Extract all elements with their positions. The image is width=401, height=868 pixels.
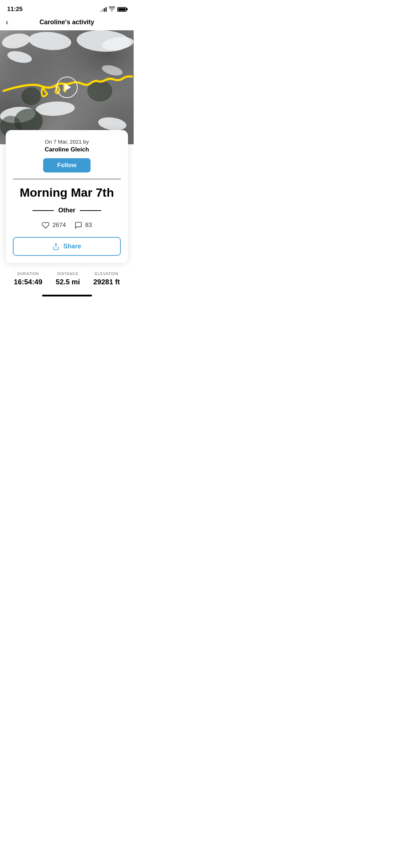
follow-button[interactable]: Follow	[43, 158, 91, 172]
comment-icon	[74, 221, 82, 229]
category-line-right	[80, 210, 101, 211]
battery-icon	[117, 7, 127, 12]
share-button[interactable]: Share	[13, 237, 121, 256]
likes-count: 2674	[52, 222, 66, 229]
date-by-line: On 7 Mar, 2021 by	[13, 139, 121, 145]
play-button[interactable]	[56, 77, 78, 98]
share-label: Share	[63, 243, 81, 250]
home-indicator	[0, 292, 134, 302]
distance-value: 52.5 mi	[56, 278, 80, 286]
home-bar	[42, 295, 92, 296]
heart-icon	[42, 221, 50, 229]
likes-stat[interactable]: 2674	[42, 221, 66, 229]
activity-title: Morning Mar 7th	[13, 186, 121, 200]
duration-value: 16:54:49	[14, 278, 42, 286]
engagement-stats: 2674 83	[13, 221, 121, 229]
category-line-left	[32, 210, 54, 211]
page-title: Caroline's activity	[40, 19, 94, 26]
elevation-value: 29281 ft	[93, 278, 120, 286]
status-time: 11:25	[7, 6, 22, 13]
wifi-icon	[109, 6, 115, 12]
back-button[interactable]: ‹	[6, 18, 8, 27]
author-name: Caroline Gleich	[13, 146, 121, 153]
signal-icon	[100, 7, 107, 12]
distance-stat: DISTANCE 52.5 mi	[56, 272, 80, 286]
elevation-stat: ELEVATION 29281 ft	[93, 272, 120, 286]
activity-map[interactable]	[0, 30, 134, 144]
header: ‹ Caroline's activity	[0, 16, 134, 30]
play-icon	[65, 83, 71, 91]
elevation-label: ELEVATION	[93, 272, 120, 276]
activity-card: On 7 Mar, 2021 by Caroline Gleich Follow…	[6, 130, 128, 263]
share-icon	[52, 243, 60, 250]
category-row: Other	[13, 207, 121, 214]
status-icons	[100, 6, 127, 12]
card-meta: On 7 Mar, 2021 by Caroline Gleich Follow	[13, 139, 121, 172]
distance-label: DISTANCE	[56, 272, 80, 276]
comments-stat[interactable]: 83	[74, 221, 92, 229]
comments-count: 83	[85, 222, 92, 229]
category-label: Other	[58, 207, 75, 214]
stats-section: DURATION 16:54:49 DISTANCE 52.5 mi ELEVA…	[0, 263, 134, 292]
divider-top	[13, 179, 121, 179]
status-bar: 11:25	[0, 0, 134, 16]
duration-label: DURATION	[14, 272, 42, 276]
duration-stat: DURATION 16:54:49	[14, 272, 42, 286]
